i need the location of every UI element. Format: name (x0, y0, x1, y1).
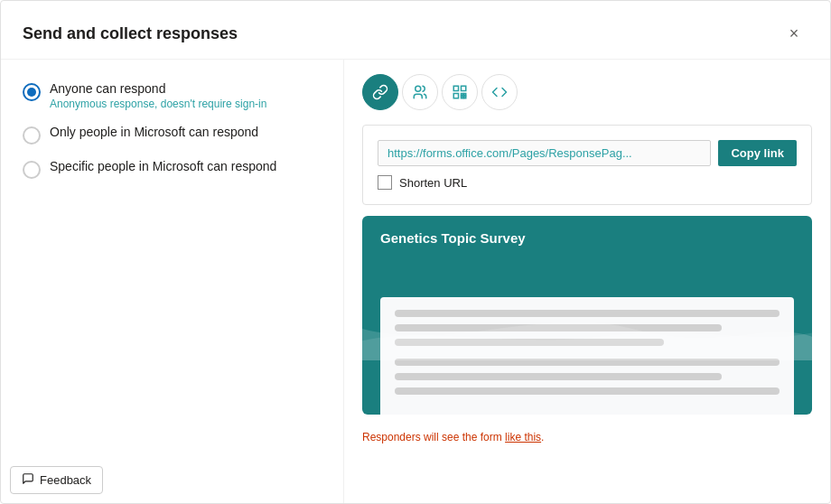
left-panel: Anyone can respond Anonymous response, d… (1, 60, 344, 503)
svg-rect-1 (453, 86, 458, 90)
radio-label-anyone: Anyone can respond (50, 81, 266, 96)
tab-collaborate[interactable] (402, 74, 438, 110)
tab-qr[interactable] (442, 74, 478, 110)
shorten-url-label: Shorten URL (399, 176, 467, 190)
link-section: Copy link Shorten URL (362, 125, 812, 205)
radio-label-specific: Specific people in Microsoft can respond (50, 159, 276, 173)
radio-circle-anyone (23, 83, 41, 101)
right-panel: Copy link Shorten URL Genetics Topic Sur… (344, 60, 830, 503)
svg-rect-5 (464, 97, 466, 98)
link-row: Copy link (378, 140, 797, 166)
tab-link[interactable] (362, 74, 398, 110)
dialog-header: Send and collect responses × (1, 1, 830, 60)
feedback-button[interactable]: Feedback (10, 466, 103, 494)
svg-rect-7 (464, 94, 466, 96)
preview-line-6 (395, 387, 780, 395)
preview-line-5 (395, 373, 722, 380)
responder-note-suffix: . (541, 431, 544, 443)
shorten-row: Shorten URL (378, 175, 797, 190)
radio-circle-microsoft (23, 126, 41, 145)
dialog-body: Anyone can respond Anonymous response, d… (1, 60, 830, 503)
radio-option-anyone[interactable]: Anyone can respond Anonymous response, d… (23, 81, 322, 110)
link-input[interactable] (378, 140, 711, 166)
svg-rect-6 (462, 97, 463, 98)
close-button[interactable]: × (780, 19, 808, 48)
tab-row (362, 74, 812, 114)
radio-label-microsoft: Only people in Microsoft can respond (50, 125, 258, 139)
responder-note-link[interactable]: like this (505, 431, 541, 443)
radio-circle-specific (23, 161, 41, 179)
feedback-label: Feedback (40, 473, 91, 487)
form-preview-card: Genetics Topic Survey (362, 216, 812, 415)
copy-link-button[interactable]: Copy link (718, 140, 797, 166)
preview-form-title: Genetics Topic Survey (362, 216, 812, 246)
svg-rect-4 (462, 94, 463, 96)
feedback-icon (22, 472, 34, 488)
svg-rect-2 (462, 86, 466, 90)
svg-rect-3 (453, 94, 458, 98)
responder-note-prefix: Responders will see the form (362, 431, 505, 443)
dialog-title: Send and collect responses (23, 24, 238, 43)
radio-option-specific[interactable]: Specific people in Microsoft can respond (23, 159, 322, 179)
svg-point-0 (416, 86, 421, 91)
tab-embed[interactable] (481, 74, 518, 110)
responder-note: Responders will see the form like this. (362, 431, 812, 443)
send-collect-dialog: Send and collect responses × Anyone can … (0, 0, 831, 504)
radio-sublabel-anyone: Anonymous response, doesn't require sign… (50, 98, 266, 110)
shorten-url-checkbox[interactable] (378, 175, 392, 190)
radio-option-microsoft[interactable]: Only people in Microsoft can respond (23, 125, 322, 145)
